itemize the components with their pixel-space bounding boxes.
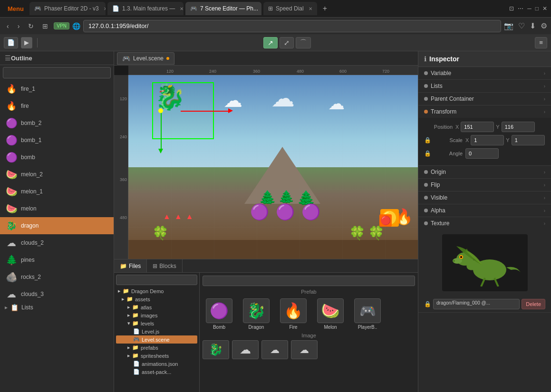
back-button[interactable]: ‹ xyxy=(4,21,12,31)
tree-item-assets[interactable]: ▸ 📁 assets xyxy=(116,295,197,303)
section-flip-header[interactable]: Flip › xyxy=(418,179,551,191)
scale-x-input[interactable] xyxy=(471,135,504,145)
reload-button[interactable]: ↻ xyxy=(25,21,37,31)
settings-icon[interactable]: ⚙ xyxy=(541,21,547,30)
blocks-search[interactable] xyxy=(203,276,415,286)
tree-item-spritesheets[interactable]: ▸ 📁 spritesheets xyxy=(116,352,197,360)
tab-scene-editor[interactable]: 🎮 7 Scene Editor — Ph... ✕ xyxy=(185,2,261,15)
angle-input[interactable] xyxy=(465,148,499,159)
play-button[interactable]: ▶ xyxy=(21,37,32,48)
section-texture-header[interactable]: Texture › xyxy=(418,217,551,229)
more-icon[interactable]: ⋯ xyxy=(518,5,523,12)
section-lists-header[interactable]: Lists › xyxy=(418,80,551,92)
melon-ground-1: 🍀 xyxy=(152,225,169,241)
position-y-input[interactable] xyxy=(502,122,535,132)
cloud3: ☁ xyxy=(328,94,345,113)
prefab-melon[interactable]: 🍉 Melon xyxy=(314,298,347,330)
prefab-dragon[interactable]: 🐉 Dragon xyxy=(240,298,273,330)
minimize-icon[interactable]: ─ xyxy=(527,5,532,12)
new-tab-button[interactable]: + xyxy=(319,2,331,15)
scale-y-input[interactable] xyxy=(512,135,545,145)
sidebar-item-clouds2[interactable]: ☁ clouds_2 xyxy=(0,234,114,251)
tree-item-root[interactable]: ▸ 📁 Dragon Demo xyxy=(116,287,197,295)
assets-label: assets xyxy=(135,296,150,302)
tree-item-levels[interactable]: ▾ 📁 levels xyxy=(116,319,197,327)
game-scene-canvas[interactable]: ☁ ☁ ☁ 🌲 🌲 🌲 🍀 🍀 🍀 xyxy=(128,75,418,259)
section-variable-header[interactable]: Variable › xyxy=(418,67,551,79)
sidebar-item-pines[interactable]: 🌲 pines xyxy=(0,251,114,268)
screenshot-icon[interactable]: 📷 xyxy=(504,21,513,30)
maximize-icon[interactable]: □ xyxy=(535,5,539,12)
section-origin-header[interactable]: Origin › xyxy=(418,166,551,178)
sidebar-item-melon2[interactable]: 🍉 melon_2 xyxy=(0,166,114,183)
section-parent-header[interactable]: Parent Container › xyxy=(418,93,551,105)
sidebar-item-bomb2[interactable]: 🟣 bomb_2 xyxy=(0,115,114,132)
tree-item-animations[interactable]: 📄 animations.json xyxy=(116,360,197,368)
curve-tool-button[interactable]: ⌒ xyxy=(296,37,311,48)
tree-item-levelscene[interactable]: 🎮 Level.scene xyxy=(116,335,197,344)
menu-button[interactable]: ≡ xyxy=(535,37,547,48)
image-cloud3[interactable]: ☁ xyxy=(291,340,318,359)
file-icon-button[interactable]: 📄 xyxy=(4,37,18,48)
sidebar-search[interactable] xyxy=(3,67,111,78)
prefab-bomb[interactable]: 🟣 Bomb xyxy=(203,298,236,330)
file-search[interactable] xyxy=(116,275,197,285)
sidebar-item-bomb1[interactable]: 🟣 bomb_1 xyxy=(0,132,114,149)
sidebar-item-bomb[interactable]: 🟣 bomb xyxy=(0,149,114,166)
position-row: Position X Y xyxy=(424,122,545,132)
visible-dot xyxy=(424,196,428,200)
download-icon[interactable]: ⬇ xyxy=(530,21,536,30)
prefab-playerb[interactable]: 🎮 PlayerB.. xyxy=(351,298,384,330)
canvas-wrapper[interactable]: 120 240 360 480 600 720 840 120 240 360 … xyxy=(114,66,418,259)
browser-menu[interactable]: Menu xyxy=(4,3,28,14)
tab-close-speed[interactable]: ✕ xyxy=(309,6,312,11)
bookmark-icon[interactable]: ♡ xyxy=(518,21,525,30)
translate-tool-button[interactable]: ⤢ xyxy=(280,37,294,48)
forward-button[interactable]: › xyxy=(15,21,23,31)
tree-item-images[interactable]: ▸ 📁 images xyxy=(116,311,197,319)
tab-close-features[interactable]: ✕ xyxy=(180,6,184,11)
delete-button[interactable]: Delete xyxy=(522,299,545,309)
dragon-selected-container[interactable]: 🐉 xyxy=(155,85,185,109)
ruler-tick-360: 360 xyxy=(253,69,260,74)
section-transform-header[interactable]: Transform › xyxy=(418,105,551,118)
scale-lock-icon[interactable]: 🔒 xyxy=(424,137,431,143)
close-icon[interactable]: ✕ xyxy=(542,5,547,12)
image-cloud2[interactable]: ☁ xyxy=(261,340,288,359)
texture-input[interactable]: dragon/Flaming_000 @... xyxy=(433,299,520,309)
clouds3-icon: ☁ xyxy=(5,287,18,301)
tab-grid-button[interactable]: ⊞ xyxy=(39,21,51,31)
select-tool-button[interactable]: ↗ xyxy=(263,37,278,48)
position-x-input[interactable] xyxy=(461,122,494,132)
sidebar-item-lists[interactable]: ▸ 📋 Lists xyxy=(0,303,114,312)
tab-close-phaser[interactable]: ✕ xyxy=(104,6,106,11)
tree-item-atlas[interactable]: ▸ 📁 atlas xyxy=(116,303,197,311)
sidebar-item-melon1[interactable]: 🍉 melon_1 xyxy=(0,183,114,200)
sidebar-item-fire[interactable]: 🔥 fire xyxy=(0,97,114,115)
sidebar-item-melon[interactable]: 🍉 melon xyxy=(0,200,114,217)
scene-tab-level[interactable]: 🎮 Level.scene xyxy=(117,52,174,65)
tab-speed-dial[interactable]: ⊞ Speed Dial ✕ xyxy=(263,2,317,15)
bottom-tab-blocks[interactable]: ⊞ Blocks xyxy=(147,259,182,272)
sidebar-item-fire1[interactable]: 🔥 fire_1 xyxy=(0,80,114,97)
scene-tabs: 🎮 Level.scene xyxy=(114,51,418,66)
sidebar-item-clouds3[interactable]: ☁ clouds_3 xyxy=(0,286,114,303)
tab-icon-features: 📄 xyxy=(112,5,119,12)
prefab-fire[interactable]: 🔥 Fire xyxy=(277,298,310,330)
tree-item-assetpack[interactable]: 📄 asset-pack... xyxy=(116,368,197,376)
vpn-badge[interactable]: VPN xyxy=(54,22,69,29)
section-alpha-header[interactable]: Alpha › xyxy=(418,204,551,217)
tab-phaser[interactable]: 🎮 Phaser Editor 2D - v3 ✕ xyxy=(29,2,106,15)
sidebar-item-rocks2[interactable]: 🪨 rocks_2 xyxy=(0,268,114,286)
bottom-tab-files[interactable]: 📁 Files xyxy=(114,259,147,272)
cast-icon[interactable]: ⊡ xyxy=(509,5,514,12)
ruler-tick-120: 120 xyxy=(166,69,174,74)
sidebar-item-dragon[interactable]: 🐉 dragon xyxy=(0,217,114,234)
image-dragon[interactable]: 🐉 xyxy=(203,340,229,359)
image-cloud1[interactable]: ☁ xyxy=(232,340,259,359)
tree-item-prefabs[interactable]: ▸ 📁 prefabs xyxy=(116,344,197,352)
tab-features[interactable]: 📄 1.3. Main features — ✕ xyxy=(107,2,184,15)
section-visible-header[interactable]: Visible › xyxy=(418,191,551,204)
address-bar[interactable] xyxy=(83,20,501,32)
tree-item-leveljs[interactable]: 📄 Level.js xyxy=(116,327,197,335)
